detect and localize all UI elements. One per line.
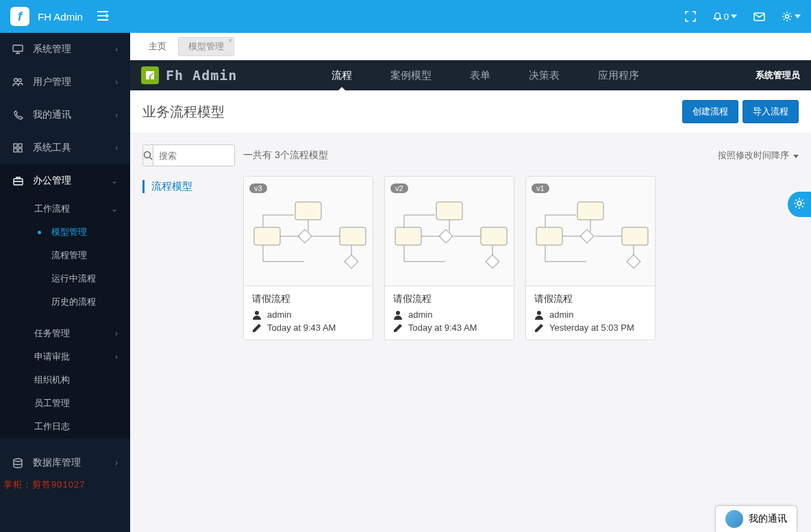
settings-icon[interactable]: [782, 11, 801, 22]
menu-toggle-icon[interactable]: [97, 11, 109, 23]
sidebar-item-users[interactable]: 用户管理 ›: [0, 66, 130, 99]
inner-nav-form[interactable]: 表单: [451, 60, 510, 90]
notification-icon[interactable]: 0: [712, 12, 737, 22]
inner-nav-process[interactable]: 流程: [312, 60, 371, 90]
mail-icon[interactable]: [753, 12, 765, 21]
svg-point-1: [786, 15, 789, 18]
user-icon: [534, 310, 544, 320]
sidebar-item-contacts[interactable]: 我的通讯 ›: [0, 99, 130, 131]
svg-rect-7: [14, 149, 17, 152]
chevron-right-icon: ›: [115, 77, 118, 87]
inner-nav-app[interactable]: 应用程序: [579, 60, 658, 90]
sub-apply-approve[interactable]: 申请审批›: [0, 345, 130, 368]
svg-rect-2: [13, 45, 23, 51]
chevron-right-icon: ›: [115, 45, 118, 54]
search-input[interactable]: [153, 145, 235, 166]
svg-rect-20: [481, 227, 507, 245]
svg-rect-18: [436, 202, 462, 220]
chevron-down-icon: ⌄: [111, 176, 118, 186]
workflow-thumb-icon: [392, 199, 508, 279]
phone-icon: [12, 110, 23, 121]
svg-rect-14: [340, 227, 366, 245]
side-category[interactable]: 流程模型: [142, 180, 235, 193]
svg-rect-8: [18, 149, 22, 152]
card-title: 请假流程: [252, 293, 364, 305]
user-icon: [393, 310, 403, 320]
svg-rect-28: [627, 255, 640, 268]
sub-worklog[interactable]: 工作日志: [0, 415, 130, 438]
grid-icon: [12, 143, 23, 153]
sidebar-item-database[interactable]: 数据库管理 ›: [0, 446, 130, 479]
tab-model-mgmt[interactable]: 模型管理 ×: [178, 37, 234, 56]
page-tabs: 主页 模型管理 ×: [130, 33, 811, 60]
chevron-right-icon: ›: [115, 143, 118, 153]
version-badge: v3: [249, 183, 267, 193]
svg-rect-24: [577, 202, 603, 220]
chevron-right-icon: ›: [115, 329, 118, 338]
close-icon[interactable]: ×: [228, 37, 232, 45]
svg-point-30: [797, 201, 801, 205]
inner-logo: Fh Admin: [141, 66, 237, 84]
chat-widget[interactable]: 我的通讯: [715, 505, 797, 532]
svg-rect-19: [395, 227, 421, 245]
sidebar-item-tools[interactable]: 系统工具 ›: [0, 131, 130, 164]
pencil-icon: [252, 323, 262, 333]
user-icon: [252, 310, 262, 320]
sub-workflow[interactable]: 工作流程 ⌄: [0, 197, 130, 220]
sub-model-mgmt[interactable]: 模型管理: [0, 220, 130, 244]
pencil-icon: [393, 323, 403, 333]
svg-rect-5: [14, 144, 17, 147]
app-name: FH Admin: [38, 11, 83, 23]
sort-dropdown[interactable]: 按照修改时间降序: [718, 149, 799, 162]
sub-task-mgmt[interactable]: 任务管理›: [0, 322, 130, 345]
tab-home[interactable]: 主页: [138, 37, 177, 56]
sidebar-item-system[interactable]: 系统管理 ›: [0, 33, 130, 66]
sub-org[interactable]: 组织机构: [0, 368, 130, 392]
svg-point-10: [14, 459, 22, 461]
svg-point-11: [145, 152, 151, 158]
svg-rect-16: [345, 255, 358, 268]
notif-count: 0: [724, 12, 729, 22]
svg-rect-22: [486, 255, 499, 268]
search-button[interactable]: [143, 145, 153, 166]
svg-point-17: [255, 311, 259, 315]
inner-app-header: Fh Admin 流程 案例模型 表单 决策表 应用程序 系统管理员: [130, 60, 811, 90]
svg-rect-21: [439, 229, 453, 243]
inner-logo-icon: [141, 66, 159, 84]
process-card[interactable]: v2 请假流程 admin Today at 9:43 AM: [384, 176, 514, 340]
monitor-icon: [12, 45, 23, 54]
workflow-thumb-icon: [533, 199, 649, 279]
create-process-button[interactable]: 创建流程: [682, 100, 738, 123]
svg-rect-13: [254, 227, 280, 245]
watermark-text: 掌柜：剪答901027: [3, 479, 85, 491]
result-count: 一共有 3个流程模型: [243, 149, 328, 162]
sub-employee[interactable]: 员工管理: [0, 392, 130, 415]
sub-running-process[interactable]: 运行中流程: [0, 267, 130, 290]
chevron-right-icon: ›: [115, 352, 118, 362]
process-card[interactable]: v3 请假流程 admin Today at 9:43 AM: [243, 176, 373, 340]
float-settings-icon[interactable]: [788, 192, 811, 217]
inner-nav-case[interactable]: 案例模型: [371, 60, 451, 90]
sidebar-item-office[interactable]: 办公管理 ⌄: [0, 164, 130, 197]
svg-rect-25: [536, 227, 562, 245]
inner-nav-decision[interactable]: 决策表: [510, 60, 579, 90]
inner-user-label[interactable]: 系统管理员: [756, 69, 800, 81]
chevron-down-icon: ⌄: [111, 204, 118, 214]
svg-point-29: [537, 311, 541, 315]
svg-rect-12: [295, 202, 321, 220]
search-box: [142, 144, 235, 166]
users-icon: [12, 77, 23, 87]
svg-point-3: [14, 79, 18, 82]
process-card[interactable]: v1 请假流程 admin Yesterday at 5:03 PM: [525, 176, 656, 340]
version-badge: v1: [532, 183, 549, 193]
active-dot-icon: [38, 231, 41, 234]
pencil-icon: [534, 323, 544, 333]
card-title: 请假流程: [393, 293, 506, 305]
svg-rect-6: [18, 144, 22, 147]
fullscreen-icon[interactable]: [685, 11, 696, 22]
import-process-button[interactable]: 导入流程: [743, 100, 799, 123]
sub-process-mgmt[interactable]: 流程管理: [0, 244, 130, 267]
version-badge: v2: [390, 183, 408, 193]
sub-history-process[interactable]: 历史的流程: [0, 290, 130, 314]
svg-point-4: [18, 79, 21, 81]
